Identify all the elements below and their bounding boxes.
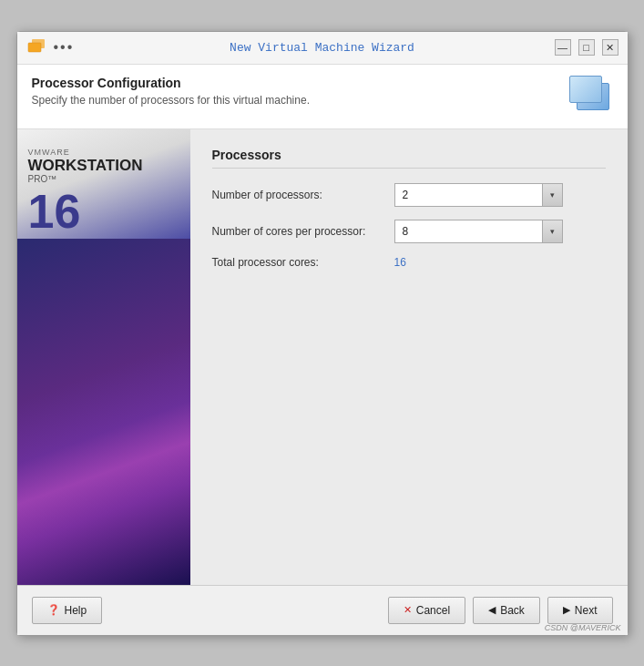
help-button[interactable]: ❓ Help: [32, 597, 103, 624]
total-cores-value: 16: [394, 256, 406, 269]
header: Processor Configuration Specify the numb…: [17, 65, 628, 129]
back-icon: ◀: [488, 604, 496, 616]
vm-icon-front: [569, 76, 602, 103]
product-name: WORKSTATION: [28, 158, 143, 175]
main-window: ••• New Virtual Machine Wizard — □ ✕ Pro…: [16, 31, 629, 636]
cancel-label: Cancel: [416, 604, 450, 617]
num-cores-arrow[interactable]: ▾: [542, 220, 562, 242]
window-title: New Virtual Machine Wizard: [230, 41, 414, 55]
total-cores-row: Total processor cores: 16: [212, 256, 606, 269]
num-cores-label: Number of cores per processor:: [212, 225, 394, 238]
minimize-button[interactable]: —: [555, 39, 571, 56]
version-number: 16: [28, 188, 143, 235]
num-processors-dropdown[interactable]: 2 ▾: [394, 183, 563, 207]
num-cores-dropdown[interactable]: 8 ▾: [394, 220, 563, 243]
page-description: Specify the number of processors for thi…: [32, 94, 310, 107]
num-processors-label: Number of processors:: [212, 189, 394, 201]
maximize-button[interactable]: □: [578, 39, 595, 56]
main-content: Processors Number of processors: 2 ▾ Num…: [190, 129, 628, 585]
num-cores-value: 8: [395, 225, 542, 238]
help-icon: ❓: [47, 604, 60, 616]
num-processors-value: 2: [395, 189, 542, 201]
num-cores-row: Number of cores per processor: 8 ▾: [212, 220, 606, 243]
page-title: Processor Configuration: [32, 76, 310, 90]
back-label: Back: [500, 604, 525, 617]
titlebar: ••• New Virtual Machine Wizard — □ ✕: [17, 32, 628, 65]
content-area: VMWARE WORKSTATION PRO™ 16 Processors Nu…: [17, 129, 628, 585]
window-controls: — □ ✕: [555, 39, 618, 56]
next-button[interactable]: ▶ Next: [547, 597, 613, 624]
sidebar-logo: VMWARE WORKSTATION PRO™ 16: [28, 148, 143, 236]
next-label: Next: [575, 604, 598, 617]
back-button[interactable]: ◀ Back: [473, 597, 540, 624]
total-cores-label: Total processor cores:: [212, 256, 394, 269]
num-processors-row: Number of processors: 2 ▾: [212, 183, 606, 207]
num-processors-arrow[interactable]: ▾: [542, 184, 562, 206]
cancel-button[interactable]: ✕ Cancel: [388, 597, 465, 624]
header-text: Processor Configuration Specify the numb…: [32, 76, 310, 107]
cancel-icon: ✕: [404, 604, 412, 616]
watermark: CSDN @MAVERICK: [545, 623, 621, 632]
vmware-label: VMWARE: [28, 148, 143, 157]
svg-rect-1: [32, 39, 45, 48]
next-icon: ▶: [563, 604, 570, 616]
sidebar: VMWARE WORKSTATION PRO™ 16: [17, 129, 190, 585]
app-icon: [26, 37, 46, 57]
footer: ❓ Help ✕ Cancel ◀ Back ▶ Next: [17, 585, 628, 635]
pro-label: PRO™: [28, 174, 143, 184]
section-title: Processors: [212, 148, 606, 169]
help-label: Help: [65, 604, 87, 617]
menu-dots[interactable]: •••: [54, 39, 75, 56]
vm-icon: [569, 76, 613, 119]
close-button[interactable]: ✕: [602, 39, 618, 56]
